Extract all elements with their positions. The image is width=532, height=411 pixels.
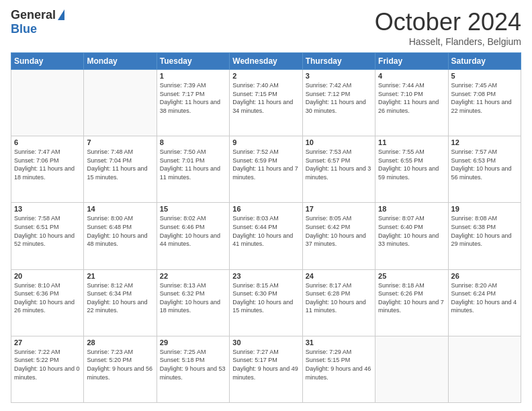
- day-info: Sunrise: 7:44 AM Sunset: 7:10 PM Dayligh…: [378, 81, 445, 115]
- day-info: Sunrise: 7:57 AM Sunset: 6:53 PM Dayligh…: [451, 148, 518, 181]
- table-row: 3Sunrise: 7:42 AM Sunset: 7:12 PM Daylig…: [302, 70, 375, 136]
- day-info: Sunrise: 8:02 AM Sunset: 6:46 PM Dayligh…: [160, 214, 226, 248]
- col-wednesday: Wednesday: [230, 53, 302, 70]
- table-row: 22Sunrise: 8:13 AM Sunset: 6:32 PM Dayli…: [157, 269, 229, 336]
- day-number: 5: [451, 72, 518, 80]
- logo-blue-text: Blue: [11, 22, 37, 36]
- day-number: 20: [14, 272, 81, 280]
- day-number: 11: [378, 138, 445, 146]
- day-number: 31: [306, 338, 372, 347]
- table-row: 11Sunrise: 7:55 AM Sunset: 6:55 PM Dayli…: [375, 136, 448, 203]
- table-row: 12Sunrise: 7:57 AM Sunset: 6:53 PM Dayli…: [448, 136, 521, 203]
- day-info: Sunrise: 7:25 AM Sunset: 5:18 PM Dayligh…: [160, 348, 226, 381]
- header: General Blue October 2024 Hasselt, Fland…: [11, 8, 521, 47]
- day-number: 13: [14, 205, 81, 213]
- day-info: Sunrise: 8:12 AM Sunset: 6:34 PM Dayligh…: [87, 281, 153, 315]
- day-info: Sunrise: 8:20 AM Sunset: 6:24 PM Dayligh…: [451, 281, 518, 315]
- day-number: 18: [378, 205, 445, 213]
- header-row: Sunday Monday Tuesday Wednesday Thursday…: [11, 53, 521, 70]
- day-info: Sunrise: 8:03 AM Sunset: 6:44 PM Dayligh…: [232, 214, 299, 248]
- day-number: 9: [232, 138, 299, 146]
- table-row: 10Sunrise: 7:53 AM Sunset: 6:57 PM Dayli…: [302, 136, 375, 203]
- table-row: 13Sunrise: 7:58 AM Sunset: 6:51 PM Dayli…: [11, 203, 84, 269]
- table-row: [448, 336, 521, 402]
- day-info: Sunrise: 7:58 AM Sunset: 6:51 PM Dayligh…: [14, 214, 81, 248]
- day-info: Sunrise: 7:45 AM Sunset: 7:08 PM Dayligh…: [451, 81, 518, 115]
- table-row: 5Sunrise: 7:45 AM Sunset: 7:08 PM Daylig…: [448, 70, 521, 136]
- table-row: 9Sunrise: 7:52 AM Sunset: 6:59 PM Daylig…: [230, 136, 302, 203]
- col-monday: Monday: [84, 53, 157, 70]
- day-info: Sunrise: 8:08 AM Sunset: 6:38 PM Dayligh…: [451, 214, 518, 248]
- calendar-header: Sunday Monday Tuesday Wednesday Thursday…: [11, 53, 521, 70]
- day-number: 6: [14, 138, 81, 146]
- day-number: 23: [232, 272, 299, 280]
- day-number: 12: [451, 138, 518, 146]
- title-section: October 2024 Hasselt, Flanders, Belgium: [375, 8, 521, 47]
- day-info: Sunrise: 7:48 AM Sunset: 7:04 PM Dayligh…: [87, 148, 153, 181]
- table-row: 31Sunrise: 7:29 AM Sunset: 5:15 PM Dayli…: [302, 336, 375, 402]
- day-info: Sunrise: 8:18 AM Sunset: 6:26 PM Dayligh…: [378, 281, 445, 315]
- calendar-body: 1Sunrise: 7:39 AM Sunset: 7:17 PM Daylig…: [11, 70, 521, 403]
- table-row: 17Sunrise: 8:05 AM Sunset: 6:42 PM Dayli…: [302, 203, 375, 269]
- day-info: Sunrise: 8:17 AM Sunset: 6:28 PM Dayligh…: [306, 281, 372, 315]
- day-info: Sunrise: 8:00 AM Sunset: 6:48 PM Dayligh…: [87, 214, 153, 248]
- day-info: Sunrise: 8:15 AM Sunset: 6:30 PM Dayligh…: [232, 281, 299, 315]
- table-row: 18Sunrise: 8:07 AM Sunset: 6:40 PM Dayli…: [375, 203, 448, 269]
- day-info: Sunrise: 8:10 AM Sunset: 6:36 PM Dayligh…: [14, 281, 81, 315]
- col-thursday: Thursday: [302, 53, 375, 70]
- day-info: Sunrise: 7:47 AM Sunset: 7:06 PM Dayligh…: [14, 148, 81, 181]
- day-number: 29: [160, 338, 226, 347]
- table-row: 6Sunrise: 7:47 AM Sunset: 7:06 PM Daylig…: [11, 136, 84, 203]
- table-row: [375, 336, 448, 402]
- table-row: 7Sunrise: 7:48 AM Sunset: 7:04 PM Daylig…: [84, 136, 157, 203]
- day-info: Sunrise: 7:27 AM Sunset: 5:17 PM Dayligh…: [232, 348, 299, 381]
- col-tuesday: Tuesday: [157, 53, 229, 70]
- day-info: Sunrise: 7:23 AM Sunset: 5:20 PM Dayligh…: [87, 348, 153, 381]
- table-row: 23Sunrise: 8:15 AM Sunset: 6:30 PM Dayli…: [230, 269, 302, 336]
- table-row: 16Sunrise: 8:03 AM Sunset: 6:44 PM Dayli…: [230, 203, 302, 269]
- table-row: 19Sunrise: 8:08 AM Sunset: 6:38 PM Dayli…: [448, 203, 521, 269]
- day-info: Sunrise: 7:53 AM Sunset: 6:57 PM Dayligh…: [306, 148, 372, 181]
- table-row: 2Sunrise: 7:40 AM Sunset: 7:15 PM Daylig…: [230, 70, 302, 136]
- day-number: 14: [87, 205, 153, 213]
- table-row: 30Sunrise: 7:27 AM Sunset: 5:17 PM Dayli…: [230, 336, 302, 402]
- day-number: 15: [160, 205, 226, 213]
- day-number: 25: [378, 272, 445, 280]
- day-number: 4: [378, 72, 445, 80]
- day-number: 30: [232, 338, 299, 347]
- table-row: 4Sunrise: 7:44 AM Sunset: 7:10 PM Daylig…: [375, 70, 448, 136]
- table-row: 21Sunrise: 8:12 AM Sunset: 6:34 PM Dayli…: [84, 269, 157, 336]
- logo-general-text: General: [11, 8, 56, 22]
- day-number: 27: [14, 338, 81, 347]
- day-number: 24: [306, 272, 372, 280]
- table-row: [11, 70, 84, 136]
- day-info: Sunrise: 7:52 AM Sunset: 6:59 PM Dayligh…: [232, 148, 299, 181]
- table-row: 8Sunrise: 7:50 AM Sunset: 7:01 PM Daylig…: [157, 136, 229, 203]
- day-number: 10: [306, 138, 372, 146]
- page: General Blue October 2024 Hasselt, Fland…: [0, 0, 532, 411]
- table-row: 14Sunrise: 8:00 AM Sunset: 6:48 PM Dayli…: [84, 203, 157, 269]
- day-info: Sunrise: 8:05 AM Sunset: 6:42 PM Dayligh…: [306, 214, 372, 248]
- day-info: Sunrise: 7:50 AM Sunset: 7:01 PM Dayligh…: [160, 148, 226, 181]
- table-row: 20Sunrise: 8:10 AM Sunset: 6:36 PM Dayli…: [11, 269, 84, 336]
- day-number: 21: [87, 272, 153, 280]
- table-row: 25Sunrise: 8:18 AM Sunset: 6:26 PM Dayli…: [375, 269, 448, 336]
- day-number: 3: [306, 72, 372, 80]
- table-row: 24Sunrise: 8:17 AM Sunset: 6:28 PM Dayli…: [302, 269, 375, 336]
- table-row: 28Sunrise: 7:23 AM Sunset: 5:20 PM Dayli…: [84, 336, 157, 402]
- table-row: 1Sunrise: 7:39 AM Sunset: 7:17 PM Daylig…: [157, 70, 229, 136]
- day-number: 2: [232, 72, 299, 80]
- day-number: 26: [451, 272, 518, 280]
- day-number: 1: [160, 72, 226, 80]
- calendar-table: Sunday Monday Tuesday Wednesday Thursday…: [11, 52, 521, 403]
- col-saturday: Saturday: [448, 53, 521, 70]
- day-info: Sunrise: 7:39 AM Sunset: 7:17 PM Dayligh…: [160, 81, 226, 115]
- col-sunday: Sunday: [11, 53, 84, 70]
- day-info: Sunrise: 8:07 AM Sunset: 6:40 PM Dayligh…: [378, 214, 445, 248]
- day-info: Sunrise: 7:40 AM Sunset: 7:15 PM Dayligh…: [232, 81, 299, 115]
- col-friday: Friday: [375, 53, 448, 70]
- day-info: Sunrise: 7:29 AM Sunset: 5:15 PM Dayligh…: [306, 348, 372, 381]
- logo: General Blue: [11, 8, 64, 36]
- day-info: Sunrise: 7:55 AM Sunset: 6:55 PM Dayligh…: [378, 148, 445, 181]
- day-info: Sunrise: 8:13 AM Sunset: 6:32 PM Dayligh…: [160, 281, 226, 315]
